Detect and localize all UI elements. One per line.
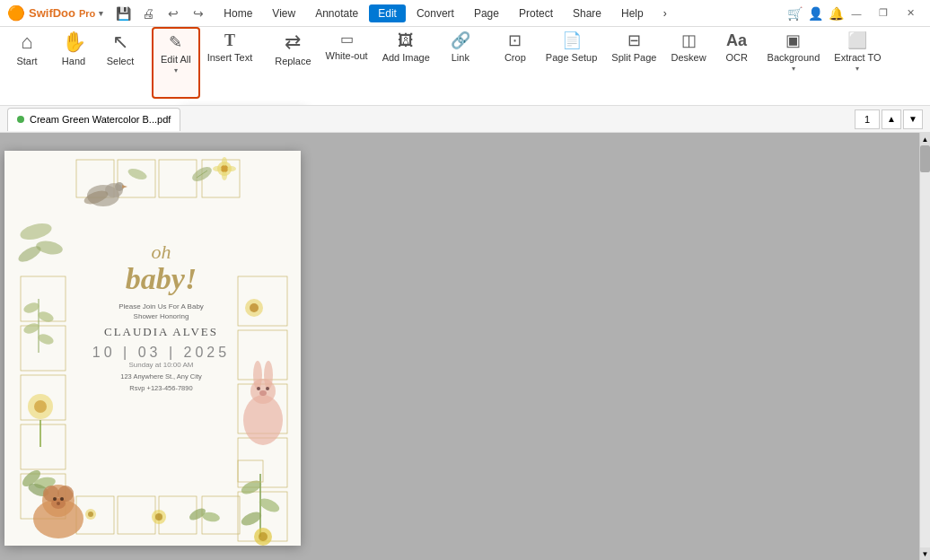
add-image-btn[interactable]: 🖼 Add Image [375, 27, 437, 99]
svg-point-25 [127, 167, 148, 182]
link-btn[interactable]: 🔗 Link [437, 27, 484, 99]
title-bar: 🟠 SwifDooPro ▾ 💾 🖨 ↩ ↪ Home View Annotat… [0, 0, 930, 27]
menu-edit[interactable]: Edit [369, 4, 406, 22]
menu-help[interactable]: Help [612, 4, 653, 22]
address-text: 123 Anywhere St., Any City [76, 372, 247, 381]
svg-point-40 [34, 400, 47, 413]
white-out-btn[interactable]: ▭ White-out [319, 27, 375, 99]
scroll-thumb[interactable] [920, 145, 930, 172]
deskew-btn[interactable]: ◫ Deskew [663, 27, 713, 99]
split-page-btn[interactable]: ⊟ Split Page [604, 27, 663, 99]
quick-access-toolbar: 💾 🖨 ↩ ↪ [112, 3, 209, 24]
svg-point-28 [213, 166, 222, 171]
extract-to-label: Extract TO [834, 52, 881, 64]
background-btn[interactable]: ▣ Background ▾ [760, 27, 828, 99]
link-icon: 🔗 [451, 32, 470, 48]
invite-subtitle: Please Join Us For A Baby Shower Honorin… [76, 302, 247, 321]
svg-point-72 [155, 513, 162, 521]
link-label: Link [452, 52, 469, 64]
print-btn[interactable]: 🖨 [137, 3, 159, 24]
add-image-label: Add Image [382, 52, 430, 64]
menu-convert[interactable]: Convert [408, 4, 463, 22]
page-setup-btn[interactable]: 📄 Page Setup [539, 27, 605, 99]
svg-point-50 [53, 497, 57, 501]
scroll-down-btn[interactable]: ▼ [920, 547, 930, 560]
menu-share[interactable]: Share [564, 4, 610, 22]
tabs-bar: Cream Green Watercolor B...pdf 1 ▲ ▼ [0, 106, 930, 133]
vertical-scrollbar: ▲ ▼ [919, 133, 930, 560]
insert-text-btn[interactable]: T Insert Text [200, 27, 260, 99]
user-icon[interactable]: 👤 [808, 6, 823, 21]
svg-point-51 [60, 497, 64, 501]
svg-point-70 [88, 512, 93, 517]
split-page-icon: ⊟ [627, 32, 641, 48]
edit-all-btn[interactable]: ✎ Edit All ▾ [152, 27, 200, 99]
ocr-btn[interactable]: Aa OCR [714, 27, 760, 99]
pagination: 1 ▲ ▼ [855, 109, 923, 129]
page-number: 1 [855, 109, 880, 129]
replace-btn[interactable]: ⇄ Replace [268, 27, 318, 99]
menu-view[interactable]: View [263, 4, 304, 22]
tab-label: Cream Green Watercolor B...pdf [30, 114, 171, 125]
page-up-btn[interactable]: ▲ [882, 109, 901, 129]
minimize-btn[interactable]: — [844, 4, 869, 23]
svg-point-37 [22, 321, 40, 336]
extract-to-btn[interactable]: ⬜ Extract TO ▾ [827, 27, 888, 99]
svg-point-56 [264, 361, 273, 389]
start-icon: ⌂ [21, 32, 32, 52]
app-dropdown-arrow[interactable]: ▾ [99, 9, 103, 18]
maximize-btn[interactable]: ❐ [871, 4, 896, 23]
left-panel: oh baby! Please Join Us For A Baby Showe… [0, 133, 305, 560]
rsvp-text: Rsvp +123-456-7890 [76, 384, 247, 392]
subtitle-text: Please Join Us For A Baby Shower Honorin… [118, 302, 204, 320]
menu-more[interactable]: › [654, 4, 676, 22]
app-logo: 🟠 SwifDooPro ▾ [7, 4, 103, 22]
svg-point-58 [266, 387, 269, 390]
replace-label: Replace [275, 56, 311, 67]
select-icon: ↖ [112, 32, 128, 52]
menu-page[interactable]: Page [465, 4, 508, 22]
close-btn[interactable]: ✕ [898, 4, 923, 23]
extract-to-icon: ⬜ [847, 32, 867, 48]
white-out-icon: ▭ [340, 32, 354, 47]
pdf-page: oh baby! Please Join Us For A Baby Showe… [4, 151, 301, 546]
window-controls: — ❐ ✕ [844, 4, 923, 23]
edit-all-label: Edit All [161, 54, 191, 66]
undo-btn[interactable]: ↩ [162, 3, 184, 24]
start-btn[interactable]: ⌂ Start [4, 27, 50, 99]
crop-btn[interactable]: ⊡ Crop [492, 27, 539, 99]
menu-annotate[interactable]: Annotate [306, 4, 367, 22]
hand-btn[interactable]: ✋ Hand [50, 27, 97, 99]
select-label: Select [107, 56, 135, 67]
deskew-label: Deskew [671, 52, 706, 64]
crop-icon: ⊡ [508, 32, 522, 48]
tab-status-dot [17, 116, 24, 123]
page-setup-label: Page Setup [546, 52, 598, 64]
save-btn[interactable]: 💾 [112, 3, 134, 24]
background-arrow: ▾ [792, 65, 795, 73]
select-btn[interactable]: ↖ Select [97, 27, 144, 99]
tab-pdf[interactable]: Cream Green Watercolor B...pdf [7, 108, 180, 131]
svg-point-38 [37, 332, 55, 346]
start-label: Start [16, 56, 37, 67]
date-text: 10 | 03 | 2025 [76, 345, 247, 361]
insert-text-icon: T [224, 32, 235, 48]
bell-icon[interactable]: 🔔 [829, 6, 844, 21]
add-image-icon: 🖼 [398, 32, 414, 48]
svg-point-57 [257, 387, 260, 390]
cart-icon[interactable]: 🛒 [787, 6, 803, 21]
invite-content: oh baby! Please Join Us For A Baby Showe… [4, 151, 301, 546]
hand-icon: ✋ [62, 32, 86, 52]
menu-protect[interactable]: Protect [510, 4, 562, 22]
redo-btn[interactable]: ↪ [188, 3, 209, 24]
insert-text-label: Insert Text [207, 52, 253, 64]
main-area: oh baby! Please Join Us For A Baby Showe… [0, 133, 930, 560]
page-down-btn[interactable]: ▼ [903, 109, 923, 129]
scroll-up-btn[interactable]: ▲ [920, 133, 930, 145]
menu-home[interactable]: Home [215, 4, 261, 22]
day-text: Sunday at 10:00 AM [76, 361, 247, 369]
svg-marker-22 [122, 185, 127, 188]
svg-point-35 [22, 301, 40, 315]
baby-text: baby! [76, 264, 247, 294]
background-label: Background [768, 52, 820, 64]
